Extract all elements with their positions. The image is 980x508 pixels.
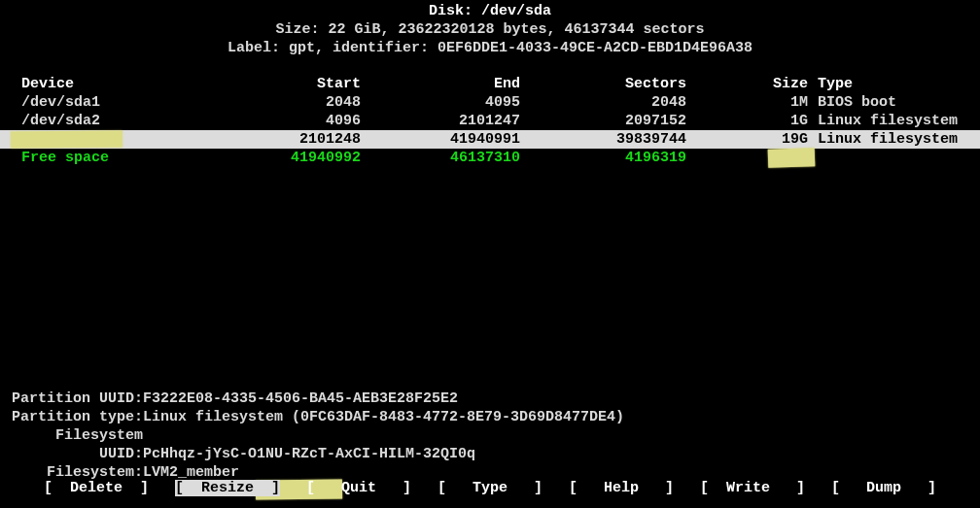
- action-menu: [ Delete ] [ Resize ] [ Quit ] [ Type ] …: [0, 479, 980, 497]
- menu-dump[interactable]: [ Dump ]: [831, 480, 936, 496]
- col-sectors: Sectors: [533, 75, 686, 93]
- table-row[interactable]: /dev/sda32101248419409913983974419GLinux…: [0, 130, 980, 149]
- partition-type-value: Linux filesystem (0FC63DAF-8483-4772-8E7…: [143, 409, 624, 425]
- cell-end: 46137310: [374, 149, 520, 167]
- disk-label: Disk:: [429, 3, 481, 19]
- menu-resize[interactable]: [ Resize ]: [175, 480, 280, 496]
- col-size: Size: [688, 75, 808, 93]
- disk-size-line: Size: 22 GiB, 23622320128 bytes, 4613734…: [0, 20, 980, 39]
- partition-uuid-label: Partition UUID:: [10, 389, 143, 408]
- col-start: Start: [205, 75, 361, 93]
- cell-size: 19G: [688, 130, 808, 149]
- col-type: Type: [818, 75, 973, 93]
- disk-title: Disk: /dev/sda: [0, 2, 980, 20]
- header: Disk: /dev/sda Size: 22 GiB, 23622320128…: [0, 0, 980, 57]
- col-end: End: [374, 75, 520, 93]
- menu-delete[interactable]: [ Delete ]: [44, 480, 175, 496]
- cell-start: 2101248: [205, 130, 361, 149]
- cfdisk-screen: Disk: /dev/sda Size: 22 GiB, 23622320128…: [0, 0, 980, 508]
- table-row[interactable]: Free space419409924613731041963192G: [0, 149, 980, 167]
- menu-quit[interactable]: [ Quit ]: [306, 480, 438, 496]
- cell-device: Free space: [21, 149, 153, 167]
- menu-write[interactable]: [ Write ]: [700, 480, 831, 496]
- cell-sectors: 2097152: [533, 112, 686, 130]
- disk-label-line: Label: gpt, identifier: 0EF6DDE1-4033-49…: [0, 39, 980, 57]
- menu-type[interactable]: [ Type ]: [438, 480, 569, 496]
- cell-start: 41940992: [205, 149, 361, 167]
- cell-type: Linux filesystem: [818, 112, 973, 130]
- menu-help[interactable]: [ Help ]: [569, 480, 700, 496]
- cell-size: 2G: [688, 149, 808, 167]
- cell-size: 1M: [688, 93, 808, 112]
- cell-device: /dev/sda3: [21, 130, 153, 149]
- cell-device: /dev/sda1: [21, 93, 153, 112]
- cell-sectors: 39839744: [533, 130, 686, 149]
- table-row[interactable]: /dev/sda12048409520481MBIOS boot: [0, 93, 980, 112]
- cell-sectors: 4196319: [533, 149, 686, 167]
- table-header: Device Start End Sectors Size Type: [0, 75, 980, 93]
- cell-start: 2048: [205, 93, 361, 112]
- filesystem-uuid-value: PcHhqz-jYsC-O1NU-RZcT-AxCI-HILM-32QI0q: [143, 446, 475, 462]
- cell-end: 4095: [374, 93, 520, 112]
- disk-path: /dev/sda: [481, 3, 551, 19]
- partition-table: Device Start End Sectors Size Type /dev/…: [0, 75, 980, 167]
- table-row[interactable]: /dev/sda24096210124720971521GLinux files…: [0, 112, 980, 130]
- partition-type-label: Partition type:: [10, 408, 143, 426]
- filesystem-uuid-label: Filesystem UUID:: [10, 426, 143, 463]
- cell-end: 41940991: [374, 130, 520, 149]
- cell-start: 4096: [205, 112, 361, 130]
- cell-end: 2101247: [374, 112, 520, 130]
- partition-info: Partition UUID: F3222E08-4335-4506-BA45-…: [10, 389, 624, 482]
- cell-device: /dev/sda2: [21, 112, 153, 130]
- cell-sectors: 2048: [533, 93, 686, 112]
- cell-size: 1G: [688, 112, 808, 130]
- col-device: Device: [21, 75, 153, 93]
- cell-type: Linux filesystem: [818, 130, 973, 149]
- cell-type: BIOS boot: [818, 93, 973, 112]
- partition-uuid-value: F3222E08-4335-4506-BA45-AEB3E28F25E2: [143, 390, 458, 407]
